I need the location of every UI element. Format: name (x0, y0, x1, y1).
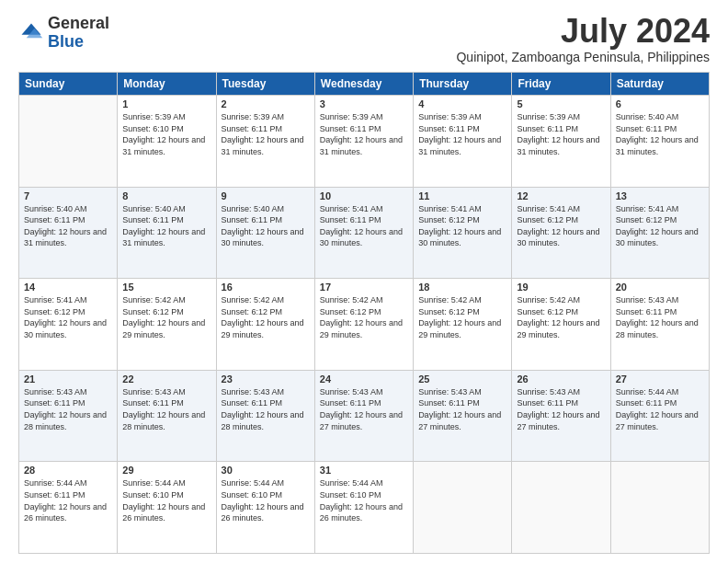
day-info: Sunrise: 5:43 AMSunset: 6:11 PMDaylight:… (222, 386, 310, 432)
day-number: 28 (24, 465, 112, 476)
day-info: Sunrise: 5:41 AMSunset: 6:11 PMDaylight:… (320, 203, 408, 249)
day-info: Sunrise: 5:41 AMSunset: 6:12 PMDaylight:… (418, 203, 506, 249)
table-row: 18Sunrise: 5:42 AMSunset: 6:12 PMDayligh… (414, 279, 512, 371)
table-row: 17Sunrise: 5:42 AMSunset: 6:12 PMDayligh… (314, 279, 413, 371)
day-info: Sunrise: 5:42 AMSunset: 6:12 PMDaylight:… (122, 294, 210, 340)
table-row: 26Sunrise: 5:43 AMSunset: 6:11 PMDayligh… (512, 370, 610, 462)
day-info: Sunrise: 5:44 AMSunset: 6:10 PMDaylight:… (222, 477, 310, 523)
col-thursday: Thursday (414, 73, 512, 96)
table-row: 9Sunrise: 5:40 AMSunset: 6:11 PMDaylight… (216, 187, 314, 279)
col-saturday: Saturday (610, 73, 709, 96)
day-info: Sunrise: 5:44 AMSunset: 6:10 PMDaylight:… (320, 477, 408, 523)
day-number: 20 (616, 282, 704, 293)
table-row: 12Sunrise: 5:41 AMSunset: 6:12 PMDayligh… (512, 187, 610, 279)
table-row: 13Sunrise: 5:41 AMSunset: 6:12 PMDayligh… (610, 187, 709, 279)
table-row: 29Sunrise: 5:44 AMSunset: 6:10 PMDayligh… (118, 462, 216, 554)
col-wednesday: Wednesday (314, 73, 413, 96)
col-sunday: Sunday (19, 73, 118, 96)
week-row-5: 28Sunrise: 5:44 AMSunset: 6:11 PMDayligh… (19, 462, 710, 554)
table-row: 30Sunrise: 5:44 AMSunset: 6:10 PMDayligh… (216, 462, 314, 554)
table-row: 10Sunrise: 5:41 AMSunset: 6:11 PMDayligh… (314, 187, 413, 279)
day-info: Sunrise: 5:43 AMSunset: 6:11 PMDaylight:… (122, 386, 210, 432)
day-info: Sunrise: 5:41 AMSunset: 6:12 PMDaylight:… (616, 203, 704, 249)
day-number: 30 (222, 465, 310, 476)
day-number: 17 (320, 282, 408, 293)
day-info: Sunrise: 5:42 AMSunset: 6:12 PMDaylight:… (517, 294, 605, 340)
logo-general: General (48, 14, 109, 32)
day-info: Sunrise: 5:40 AMSunset: 6:11 PMDaylight:… (616, 111, 704, 157)
day-info: Sunrise: 5:40 AMSunset: 6:11 PMDaylight:… (122, 203, 210, 249)
table-row: 16Sunrise: 5:42 AMSunset: 6:12 PMDayligh… (216, 279, 314, 371)
table-row: 15Sunrise: 5:42 AMSunset: 6:12 PMDayligh… (118, 279, 216, 371)
table-row: 6Sunrise: 5:40 AMSunset: 6:11 PMDaylight… (610, 96, 709, 188)
day-number: 23 (222, 373, 310, 385)
day-info: Sunrise: 5:41 AMSunset: 6:12 PMDaylight:… (517, 203, 605, 249)
week-row-3: 14Sunrise: 5:41 AMSunset: 6:12 PMDayligh… (19, 279, 710, 371)
day-info: Sunrise: 5:44 AMSunset: 6:11 PMDaylight:… (24, 477, 112, 523)
table-row: 20Sunrise: 5:43 AMSunset: 6:11 PMDayligh… (610, 279, 709, 371)
col-tuesday: Tuesday (216, 73, 314, 96)
day-number: 11 (418, 190, 506, 201)
day-number: 6 (616, 98, 704, 109)
table-row: 2Sunrise: 5:39 AMSunset: 6:11 PMDaylight… (216, 96, 314, 188)
day-info: Sunrise: 5:39 AMSunset: 6:11 PMDaylight:… (517, 111, 605, 157)
table-row: 25Sunrise: 5:43 AMSunset: 6:11 PMDayligh… (414, 370, 512, 462)
table-row: 24Sunrise: 5:43 AMSunset: 6:11 PMDayligh… (314, 370, 413, 462)
table-row: 1Sunrise: 5:39 AMSunset: 6:10 PMDaylight… (118, 96, 216, 188)
day-number: 1 (122, 98, 210, 109)
logo: General Blue (18, 15, 109, 52)
day-number: 5 (517, 98, 605, 109)
header-row: Sunday Monday Tuesday Wednesday Thursday… (19, 73, 710, 96)
day-number: 3 (320, 98, 408, 109)
col-friday: Friday (512, 73, 610, 96)
table-row (414, 462, 512, 554)
day-info: Sunrise: 5:43 AMSunset: 6:11 PMDaylight:… (517, 386, 605, 432)
day-info: Sunrise: 5:40 AMSunset: 6:11 PMDaylight:… (24, 203, 112, 249)
day-info: Sunrise: 5:41 AMSunset: 6:12 PMDaylight:… (24, 294, 112, 340)
day-info: Sunrise: 5:43 AMSunset: 6:11 PMDaylight:… (418, 386, 506, 432)
table-row: 7Sunrise: 5:40 AMSunset: 6:11 PMDaylight… (19, 187, 118, 279)
day-info: Sunrise: 5:39 AMSunset: 6:11 PMDaylight:… (222, 111, 310, 157)
day-number: 22 (122, 373, 210, 385)
table-row: 22Sunrise: 5:43 AMSunset: 6:11 PMDayligh… (118, 370, 216, 462)
header: General Blue July 2024 Quinipot, Zamboan… (18, 15, 710, 64)
day-number: 27 (616, 373, 704, 385)
day-info: Sunrise: 5:39 AMSunset: 6:11 PMDaylight:… (320, 111, 408, 157)
week-row-2: 7Sunrise: 5:40 AMSunset: 6:11 PMDaylight… (19, 187, 710, 279)
week-row-4: 21Sunrise: 5:43 AMSunset: 6:11 PMDayligh… (19, 370, 710, 462)
table-row: 8Sunrise: 5:40 AMSunset: 6:11 PMDaylight… (118, 187, 216, 279)
table-row: 23Sunrise: 5:43 AMSunset: 6:11 PMDayligh… (216, 370, 314, 462)
table-row: 5Sunrise: 5:39 AMSunset: 6:11 PMDaylight… (512, 96, 610, 188)
table-row: 11Sunrise: 5:41 AMSunset: 6:12 PMDayligh… (414, 187, 512, 279)
day-info: Sunrise: 5:42 AMSunset: 6:12 PMDaylight:… (222, 294, 310, 340)
day-number: 21 (24, 373, 112, 385)
table-row: 31Sunrise: 5:44 AMSunset: 6:10 PMDayligh… (314, 462, 413, 554)
page: General Blue July 2024 Quinipot, Zamboan… (0, 0, 728, 563)
day-number: 2 (222, 98, 310, 109)
table-row: 19Sunrise: 5:42 AMSunset: 6:12 PMDayligh… (512, 279, 610, 371)
table-row: 3Sunrise: 5:39 AMSunset: 6:11 PMDaylight… (314, 96, 413, 188)
day-number: 18 (418, 282, 506, 293)
day-info: Sunrise: 5:44 AMSunset: 6:10 PMDaylight:… (122, 477, 210, 523)
day-number: 29 (122, 465, 210, 476)
day-number: 31 (320, 465, 408, 476)
month-title: July 2024 (456, 15, 710, 48)
day-number: 13 (616, 190, 704, 201)
day-number: 12 (517, 190, 605, 201)
table-row: 4Sunrise: 5:39 AMSunset: 6:11 PMDaylight… (414, 96, 512, 188)
day-number: 24 (320, 373, 408, 385)
day-number: 26 (517, 373, 605, 385)
day-number: 19 (517, 282, 605, 293)
day-number: 9 (222, 190, 310, 201)
day-number: 7 (24, 190, 112, 201)
table-row: 27Sunrise: 5:44 AMSunset: 6:11 PMDayligh… (610, 370, 709, 462)
day-info: Sunrise: 5:42 AMSunset: 6:12 PMDaylight:… (418, 294, 506, 340)
day-number: 4 (418, 98, 506, 109)
table-row (512, 462, 610, 554)
day-number: 16 (222, 282, 310, 293)
table-row: 14Sunrise: 5:41 AMSunset: 6:12 PMDayligh… (19, 279, 118, 371)
week-row-1: 1Sunrise: 5:39 AMSunset: 6:10 PMDaylight… (19, 96, 710, 188)
table-row: 28Sunrise: 5:44 AMSunset: 6:11 PMDayligh… (19, 462, 118, 554)
logo-text: General Blue (48, 15, 109, 52)
day-info: Sunrise: 5:44 AMSunset: 6:11 PMDaylight:… (616, 386, 704, 432)
